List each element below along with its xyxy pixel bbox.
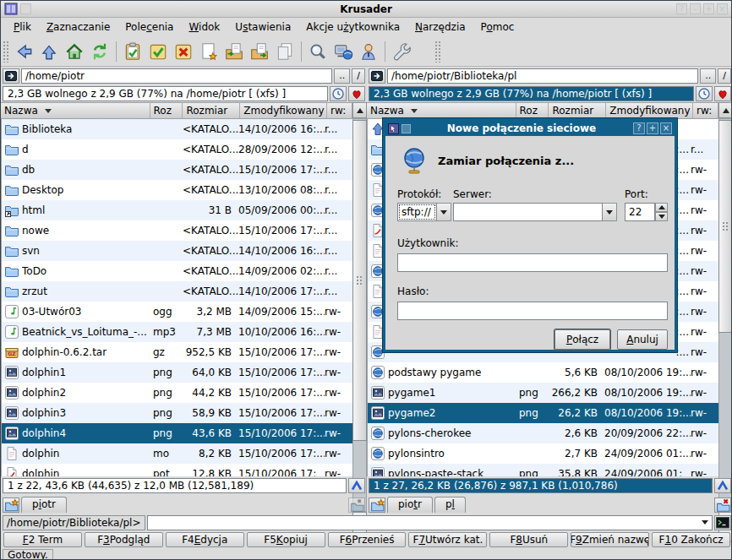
column-name[interactable]: Nazwa [1,103,150,118]
copy-button[interactable] [221,39,247,64]
command-input[interactable] [148,516,698,530]
right-updir-button[interactable]: .. [700,68,716,84]
file-row[interactable]: podstawy pygame5,6 KB08/10/2006 19:...rw… [368,362,718,383]
file-row[interactable]: dolphin1png64,0 KB15/10/2006 17:...rw- [2,362,352,383]
menu-item[interactable]: Plik [6,19,39,35]
fn-button[interactable]: F7 Utwórz kat. [408,532,487,547]
left-history-button[interactable] [330,86,347,101]
protocol-dropdown-button[interactable] [437,203,451,221]
left-path-input[interactable] [21,68,332,84]
port-value[interactable]: 22 [625,203,655,221]
file-row[interactable]: pylons-paste-stackpng35,8 KB24/09/2006 0… [368,464,718,476]
fn-button[interactable]: F4 Edycja [166,532,244,547]
file-row[interactable]: pylons-cherokee2,6 KB20/09/2006 22:...rw… [368,423,718,443]
file-row[interactable]: dolphinpot12,8 KB15/10/2006 17:rw- [2,464,352,476]
file-row[interactable]: dolphin2png44,2 KB15/10/2006 17:...rw- [2,383,352,403]
fn-button[interactable]: F5 Kopiuj [247,532,325,547]
toolbar-extension-grip[interactable] [434,41,441,63]
command-history-button[interactable] [698,516,712,530]
search-button[interactable] [305,39,330,64]
dialog-close-button[interactable]: × [660,122,672,134]
file-row[interactable]: dolphin3png58,9 KB15/10/2006 17:...rw- [2,403,352,423]
column-size[interactable]: Rozmiar [549,103,606,118]
terminal-button[interactable] [714,515,731,530]
scroll-thumb[interactable] [352,120,367,441]
file-row[interactable]: pylonsintro2,7 KB24/09/2006 01:...rw- [368,443,718,464]
net-button[interactable] [330,39,356,64]
file-row[interactable]: pygame1png266,2 KB08/10/2006 19:...rw- [368,383,718,403]
duplicate-button[interactable] [272,39,298,64]
connect-button[interactable]: Połącz [554,329,610,350]
fn-button[interactable]: F8 Usuń [489,532,568,547]
column-perms[interactable]: rw: [327,103,352,118]
paste-button[interactable] [120,39,145,64]
scroll-up-button[interactable] [352,102,367,118]
fn-button[interactable]: F6 Przenieś [328,532,407,547]
up-button[interactable] [36,39,62,64]
port-down-button[interactable] [655,212,668,221]
file-row[interactable]: pygame2png26,2 KB08/10/2006 19:...rw- [368,403,718,423]
home-button[interactable] [62,39,87,64]
right-root-button[interactable]: / [718,68,731,84]
select-button[interactable] [145,39,171,64]
menu-item[interactable]: Narzędzia [407,19,473,35]
user-button[interactable] [356,39,381,64]
menu-item[interactable]: Zaznaczanie [39,19,117,35]
cancel-button[interactable]: Anuluj [617,329,668,350]
dialog-sticky-icon[interactable] [402,124,411,133]
back-button[interactable] [11,39,36,64]
column-perms[interactable]: rw: [693,103,718,118]
column-ext[interactable]: Roz [150,103,183,118]
fn-button[interactable]: F9 Zmień nazwę [571,532,649,547]
right-bookmarks-button[interactable] [714,86,731,101]
server-dropdown-button[interactable] [603,203,617,221]
media-list-button[interactable] [3,68,19,84]
dialog-maximize-button[interactable]: + [647,122,658,134]
menu-item[interactable]: Ustawienia [227,19,298,35]
file-row[interactable]: Beatnick_vs_Loituma_-...mp37,3 MB10/10/2… [2,322,352,342]
deselect-button[interactable] [171,39,196,64]
wrench-button[interactable] [389,39,414,64]
right-totals-button[interactable] [714,478,731,493]
fn-button[interactable]: F3 Podgląd [85,532,163,547]
file-row[interactable]: Desktop<KATALO...13/10/2006 08:...r... [2,180,352,200]
file-row[interactable]: zrzut<KATALO...14/10/2006 17:...r... [2,281,352,302]
menu-item[interactable]: Pomoc [473,19,522,35]
file-row[interactable]: Biblioteka<KATALO...14/10/2006 16:...r..… [2,119,352,139]
file-row[interactable]: db<KATALO...15/10/2006 17:...r... [2,160,352,180]
panel-tab[interactable]: piotr [387,497,433,513]
right-path-input[interactable] [387,68,698,84]
file-row[interactable]: nowe<KATALO...15/10/2006 17:...r... [2,220,352,241]
scroll-up-button[interactable] [718,102,732,118]
user-input[interactable] [397,253,668,272]
file-row[interactable]: html31 B05/09/2006 00:...r... [2,200,352,220]
right-new-tab-button[interactable] [369,497,385,513]
column-size[interactable]: Rozmiar [183,103,240,118]
port-spinner[interactable]: 22 [625,203,668,221]
menu-item[interactable]: Polecenia [117,19,181,35]
left-updir-button[interactable]: .. [334,68,350,84]
dialog-help-button[interactable]: ? [633,122,645,134]
file-row[interactable]: d<KATALO...28/09/2006 12:...r... [2,139,352,160]
menu-item[interactable]: Widok [181,19,227,35]
menu-item[interactable]: Akcje użytkownika [298,19,407,35]
left-new-tab-button[interactable] [3,497,19,513]
server-select[interactable] [453,203,617,221]
panel-tab[interactable]: pl [434,497,466,513]
left-bookmarks-button[interactable] [348,86,365,101]
file-row[interactable]: svn<KATALO...14/10/2006 16:...r... [2,241,352,261]
file-row[interactable]: GZdolphin-0.6.2.targz952,5 KB15/10/2006 … [2,342,352,362]
right-history-button[interactable] [696,86,713,101]
refresh-button[interactable] [87,39,112,64]
port-up-button[interactable] [655,203,668,212]
column-modified[interactable]: Zmodyfikowany [606,103,693,118]
file-row[interactable]: dolphinmo8,2 KB15/10/2006 17:...rw- [2,443,352,464]
move-button[interactable] [247,39,272,64]
fn-button[interactable]: F10 Zakończ [652,532,730,547]
left-totals-button[interactable] [348,478,365,493]
scroll-thumb[interactable] [718,120,732,333]
dialog-title-bar[interactable]: Nowe połączenie sieciowe ? + × [385,121,675,136]
protocol-select[interactable]: sftp:// [397,203,451,221]
left-root-button[interactable]: / [352,68,365,84]
toolbar-grip[interactable] [3,41,9,63]
